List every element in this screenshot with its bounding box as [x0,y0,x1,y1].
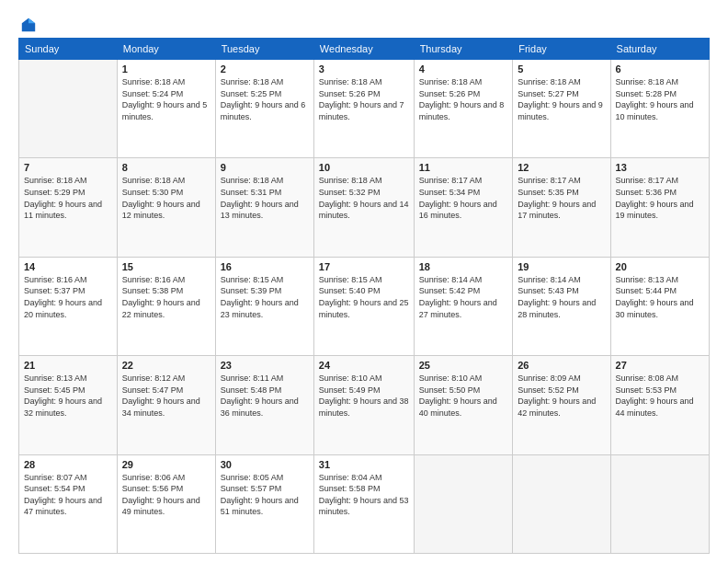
weekday-wednesday: Wednesday [313,39,414,60]
day-info: Sunrise: 8:05 AMSunset: 5:57 PMDaylight:… [221,472,309,518]
day-info: Sunrise: 8:09 AMSunset: 5:52 PMDaylight:… [518,373,605,419]
calendar-day-cell: 18Sunrise: 8:14 AMSunset: 5:42 PMDayligh… [414,257,513,355]
calendar-day-cell: 25Sunrise: 8:10 AMSunset: 5:50 PMDayligh… [414,356,513,454]
calendar-day-cell: 23Sunrise: 8:11 AMSunset: 5:48 PMDayligh… [215,356,313,454]
calendar-day-cell: 20Sunrise: 8:13 AMSunset: 5:44 PMDayligh… [610,257,709,355]
day-info: Sunrise: 8:15 AMSunset: 5:40 PMDaylight:… [319,274,409,320]
day-info: Sunrise: 8:15 AMSunset: 5:39 PMDaylight:… [221,274,309,320]
week-row-1: 1Sunrise: 8:18 AMSunset: 5:24 PMDaylight… [19,60,710,158]
day-number: 24 [319,360,409,371]
calendar-day-cell: 26Sunrise: 8:09 AMSunset: 5:52 PMDayligh… [513,356,610,454]
day-info: Sunrise: 8:18 AMSunset: 5:26 PMDaylight:… [319,76,409,122]
day-info: Sunrise: 8:08 AMSunset: 5:53 PMDaylight:… [616,373,704,419]
calendar-day-cell: 31Sunrise: 8:04 AMSunset: 5:58 PMDayligh… [313,454,414,553]
day-info: Sunrise: 8:10 AMSunset: 5:49 PMDaylight:… [319,373,409,419]
day-info: Sunrise: 8:10 AMSunset: 5:50 PMDaylight:… [419,373,508,419]
day-number: 12 [518,162,605,173]
day-info: Sunrise: 8:12 AMSunset: 5:47 PMDaylight:… [122,373,210,419]
day-number: 10 [319,162,409,173]
calendar-day-cell: 7Sunrise: 8:18 AMSunset: 5:29 PMDaylight… [19,158,118,257]
calendar-day-cell [414,454,513,553]
day-number: 13 [616,162,704,173]
day-info: Sunrise: 8:14 AMSunset: 5:43 PMDaylight:… [518,274,605,320]
logo-icon [20,17,37,33]
day-number: 2 [221,63,309,75]
weekday-thursday: Thursday [414,39,513,60]
day-info: Sunrise: 8:13 AMSunset: 5:44 PMDaylight:… [616,274,704,320]
week-row-3: 14Sunrise: 8:16 AMSunset: 5:37 PMDayligh… [19,257,710,355]
day-info: Sunrise: 8:17 AMSunset: 5:34 PMDaylight:… [419,175,508,221]
day-number: 28 [24,459,112,470]
calendar-day-cell: 10Sunrise: 8:18 AMSunset: 5:32 PMDayligh… [313,158,414,257]
day-number: 7 [24,162,112,173]
header [18,15,710,30]
day-number: 14 [24,261,112,272]
calendar-day-cell: 29Sunrise: 8:06 AMSunset: 5:56 PMDayligh… [117,454,215,553]
day-number: 21 [24,360,112,371]
week-row-2: 7Sunrise: 8:18 AMSunset: 5:29 PMDaylight… [19,158,710,257]
day-info: Sunrise: 8:18 AMSunset: 5:30 PMDaylight:… [122,175,210,221]
calendar-day-cell: 28Sunrise: 8:07 AMSunset: 5:54 PMDayligh… [19,454,118,553]
day-number: 4 [419,63,508,75]
calendar-day-cell: 15Sunrise: 8:16 AMSunset: 5:38 PMDayligh… [117,257,215,355]
day-number: 15 [122,261,210,272]
weekday-sunday: Sunday [19,39,118,60]
day-info: Sunrise: 8:04 AMSunset: 5:58 PMDaylight:… [319,472,409,518]
day-number: 25 [419,360,508,371]
logo [18,15,37,30]
day-info: Sunrise: 8:18 AMSunset: 5:31 PMDaylight:… [221,175,309,221]
day-number: 20 [616,261,704,272]
svg-marker-1 [28,17,35,22]
day-number: 31 [319,459,409,470]
day-info: Sunrise: 8:18 AMSunset: 5:25 PMDaylight:… [221,76,309,122]
calendar-day-cell: 3Sunrise: 8:18 AMSunset: 5:26 PMDaylight… [313,60,414,158]
day-number: 29 [122,459,210,470]
day-info: Sunrise: 8:17 AMSunset: 5:36 PMDaylight:… [616,175,704,221]
day-info: Sunrise: 8:17 AMSunset: 5:35 PMDaylight:… [518,175,605,221]
day-info: Sunrise: 8:16 AMSunset: 5:38 PMDaylight:… [122,274,210,320]
day-number: 18 [419,261,508,272]
day-number: 8 [122,162,210,173]
calendar-day-cell: 6Sunrise: 8:18 AMSunset: 5:28 PMDaylight… [610,60,709,158]
calendar-day-cell: 13Sunrise: 8:17 AMSunset: 5:36 PMDayligh… [610,158,709,257]
day-info: Sunrise: 8:11 AMSunset: 5:48 PMDaylight:… [221,373,309,419]
day-info: Sunrise: 8:18 AMSunset: 5:32 PMDaylight:… [319,175,409,221]
calendar-day-cell: 8Sunrise: 8:18 AMSunset: 5:30 PMDaylight… [117,158,215,257]
calendar-day-cell: 19Sunrise: 8:14 AMSunset: 5:43 PMDayligh… [513,257,610,355]
calendar-day-cell: 4Sunrise: 8:18 AMSunset: 5:26 PMDaylight… [414,60,513,158]
day-info: Sunrise: 8:06 AMSunset: 5:56 PMDaylight:… [122,472,210,518]
calendar-day-cell: 22Sunrise: 8:12 AMSunset: 5:47 PMDayligh… [117,356,215,454]
day-number: 11 [419,162,508,173]
day-number: 27 [616,360,704,371]
day-number: 23 [221,360,309,371]
day-number: 16 [221,261,309,272]
day-info: Sunrise: 8:18 AMSunset: 5:24 PMDaylight:… [122,76,210,122]
week-row-5: 28Sunrise: 8:07 AMSunset: 5:54 PMDayligh… [19,454,710,553]
calendar-day-cell: 30Sunrise: 8:05 AMSunset: 5:57 PMDayligh… [215,454,313,553]
weekday-friday: Friday [513,39,610,60]
day-info: Sunrise: 8:07 AMSunset: 5:54 PMDaylight:… [24,472,112,518]
day-number: 9 [221,162,309,173]
calendar-day-cell: 2Sunrise: 8:18 AMSunset: 5:25 PMDaylight… [215,60,313,158]
day-number: 30 [221,459,309,470]
day-info: Sunrise: 8:18 AMSunset: 5:29 PMDaylight:… [24,175,112,221]
day-number: 19 [518,261,605,272]
day-info: Sunrise: 8:16 AMSunset: 5:37 PMDaylight:… [24,274,112,320]
weekday-header-row: SundayMondayTuesdayWednesdayThursdayFrid… [19,39,710,60]
calendar-day-cell: 5Sunrise: 8:18 AMSunset: 5:27 PMDaylight… [513,60,610,158]
page: SundayMondayTuesdayWednesdayThursdayFrid… [0,0,728,563]
day-info: Sunrise: 8:18 AMSunset: 5:26 PMDaylight:… [419,76,508,122]
calendar-day-cell: 9Sunrise: 8:18 AMSunset: 5:31 PMDaylight… [215,158,313,257]
day-info: Sunrise: 8:18 AMSunset: 5:27 PMDaylight:… [518,76,605,122]
day-number: 6 [616,63,704,75]
calendar-day-cell: 1Sunrise: 8:18 AMSunset: 5:24 PMDaylight… [117,60,215,158]
calendar-day-cell [513,454,610,553]
week-row-4: 21Sunrise: 8:13 AMSunset: 5:45 PMDayligh… [19,356,710,454]
day-info: Sunrise: 8:14 AMSunset: 5:42 PMDaylight:… [419,274,508,320]
calendar-day-cell: 21Sunrise: 8:13 AMSunset: 5:45 PMDayligh… [19,356,118,454]
calendar-day-cell: 17Sunrise: 8:15 AMSunset: 5:40 PMDayligh… [313,257,414,355]
calendar-day-cell [610,454,709,553]
day-number: 26 [518,360,605,371]
weekday-tuesday: Tuesday [215,39,313,60]
calendar-day-cell: 12Sunrise: 8:17 AMSunset: 5:35 PMDayligh… [513,158,610,257]
